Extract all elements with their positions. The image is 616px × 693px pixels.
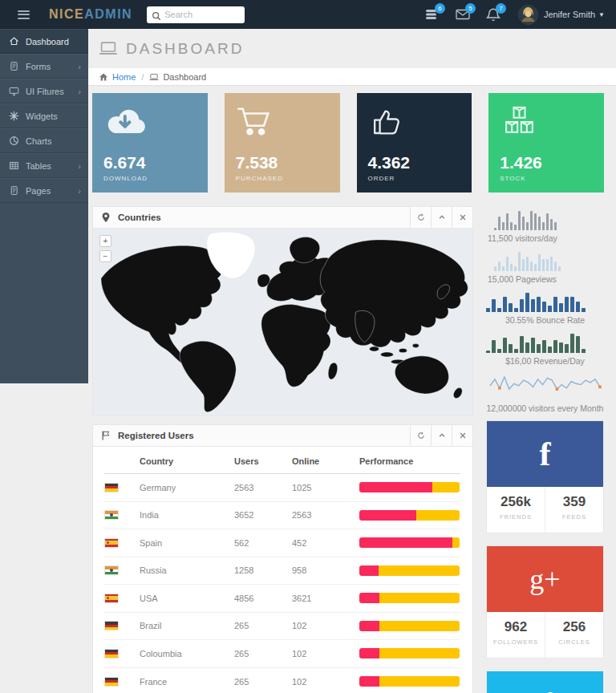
- registered-users-buttons: [410, 425, 472, 446]
- pages-icon: [9, 185, 19, 196]
- refresh-button[interactable]: [410, 425, 431, 446]
- monitor-icon: [9, 86, 19, 96]
- sidebar-item-widgets[interactable]: Widgets: [0, 103, 88, 128]
- sparkline-label: 15,000 Pageviews: [486, 274, 604, 285]
- social-cards: f256kFRIENDS359FEEDSg+962FOLLOWERS256CIR…: [486, 420, 604, 693]
- stat-value: 1.426: [500, 153, 593, 172]
- user-name[interactable]: Jenifer Smith: [544, 10, 595, 19]
- sidebar-item-label: Widgets: [26, 111, 58, 121]
- cell-users: 1258: [234, 565, 292, 575]
- sidebar-item-tables[interactable]: Tables›: [0, 153, 88, 178]
- tasks-icon[interactable]: 6: [425, 7, 440, 22]
- social-stat-label: FOLLOWERS: [487, 638, 545, 646]
- main-area: DASHBOARD Home / Dashboard 6.674DOWNLOAD…: [88, 29, 616, 693]
- collapse-button[interactable]: [431, 207, 452, 228]
- search-input[interactable]: [147, 6, 245, 23]
- chevron-right-icon: ›: [78, 161, 81, 171]
- india-flag-icon: [104, 565, 119, 575]
- cell-online: 102: [292, 649, 359, 659]
- sparkline-label: 12,000000 visitors every Month: [486, 403, 604, 414]
- sidebar-item-ui-fitures[interactable]: UI Fitures›: [0, 79, 88, 103]
- sidebar-item-label: Dashboard: [26, 37, 69, 47]
- refresh-button[interactable]: [410, 207, 431, 228]
- performance-bar: [359, 676, 460, 687]
- cell-users: 265: [234, 649, 292, 659]
- user-avatar[interactable]: [518, 5, 538, 25]
- cell-country: Germany: [140, 483, 234, 492]
- stat-card-purchased: 7.538PURCHASED: [225, 93, 340, 192]
- sidebar: DashboardForms›UI Fitures›WidgetsChartsT…: [0, 29, 88, 383]
- table-row-russia: Russia1258958: [104, 557, 460, 586]
- table-row-usa: USA48563621: [104, 585, 460, 613]
- performance-bar: [359, 648, 460, 659]
- close-button[interactable]: [452, 207, 472, 228]
- cart-icon: [236, 105, 329, 144]
- search-box: [147, 6, 245, 23]
- google-plus-header[interactable]: g+: [487, 546, 603, 612]
- dashboard-screen: NICEADMIN 6 5 7 Jenifer Smit: [0, 0, 616, 693]
- menu-toggle-icon[interactable]: [18, 8, 30, 21]
- thumbs-up-icon: [368, 105, 461, 144]
- breadcrumb: Home / Dashboard: [88, 68, 616, 85]
- sparkline-bars: [486, 332, 604, 353]
- countries-panel-buttons: [410, 207, 472, 228]
- home-icon: [99, 72, 108, 81]
- sidebar-item-pages[interactable]: Pages›: [0, 178, 88, 203]
- stat-label: ORDER: [368, 175, 461, 182]
- table-icon: [9, 160, 19, 171]
- countries-panel-header: Countries: [93, 207, 472, 229]
- world-map[interactable]: + −: [93, 229, 472, 415]
- table-row-france: France265102: [104, 668, 460, 693]
- stat-value: 4.362: [368, 153, 461, 172]
- spain-flag-icon: [104, 538, 119, 548]
- sidebar-item-charts[interactable]: Charts: [0, 128, 88, 153]
- cell-users: 4856: [234, 594, 292, 603]
- twitter-header[interactable]: [487, 671, 603, 693]
- user-menu-caret-icon[interactable]: ▼: [598, 11, 605, 18]
- breadcrumb-home-link[interactable]: Home: [112, 72, 136, 82]
- page-title: DASHBOARD: [126, 40, 244, 58]
- table-header: CountryUsersOnlinePerformance: [104, 448, 460, 474]
- germany-flag-icon: [104, 483, 119, 492]
- bell-icon[interactable]: 7: [486, 7, 500, 22]
- social-stat-value: 256: [545, 619, 603, 635]
- google-plus-card: g+962FOLLOWERS256CIRCLES: [486, 545, 604, 659]
- laptop-icon-small: [149, 72, 159, 81]
- form-icon: [9, 61, 19, 71]
- facebook-card: f256kFRIENDS359FEEDS: [486, 420, 604, 533]
- sidebar-item-forms[interactable]: Forms›: [0, 54, 88, 79]
- map-zoom-in-button[interactable]: +: [99, 235, 111, 247]
- collapse-button[interactable]: [431, 425, 452, 446]
- cell-users: 3652: [234, 510, 292, 520]
- social-stat: 256kFRIENDS: [487, 487, 545, 533]
- close-button[interactable]: [452, 425, 472, 446]
- stat-value: 7.538: [236, 153, 329, 172]
- topbar: NICEADMIN 6 5 7 Jenifer Smit: [0, 0, 616, 29]
- stat-value: 6.674: [103, 153, 197, 172]
- cell-users: 2563: [234, 483, 292, 492]
- mail-icon[interactable]: 5: [456, 7, 470, 22]
- table-row-germany: Germany25631025: [104, 474, 460, 502]
- page-header: DASHBOARD: [88, 29, 616, 68]
- table-row-brazil: Brazil265102: [104, 613, 460, 641]
- stat-card-download: 6.674DOWNLOAD: [92, 93, 208, 192]
- flag-icon: [101, 430, 111, 441]
- registered-users-panel: Registered Users CountryUsersOnlinePerfo…: [92, 424, 473, 693]
- sparkline-label: $16,00 Revenue/Day: [486, 356, 604, 367]
- social-stat-label: CIRCLES: [545, 638, 603, 646]
- sparkline-bars: [486, 209, 604, 230]
- table-row-spain: Spain562452: [104, 529, 460, 557]
- stat-card-stock: 1.426STOCK: [488, 93, 604, 192]
- twitter-icon: [533, 690, 558, 693]
- stat-label: PURCHASED: [236, 175, 329, 182]
- map-zoom-out-button[interactable]: −: [99, 250, 111, 262]
- mini-chart-15-000-pageviews: 15,000 Pageviews: [486, 250, 604, 285]
- performance-bar: [359, 510, 460, 521]
- sidebar-item-dashboard[interactable]: Dashboard: [0, 29, 88, 54]
- facebook-header[interactable]: f: [487, 421, 603, 487]
- countries-panel-title: Countries: [118, 213, 161, 222]
- app-logo[interactable]: NICEADMIN: [49, 7, 132, 22]
- performance-bar: [359, 537, 460, 548]
- search-icon: [152, 10, 161, 19]
- cell-online: 3621: [292, 594, 359, 603]
